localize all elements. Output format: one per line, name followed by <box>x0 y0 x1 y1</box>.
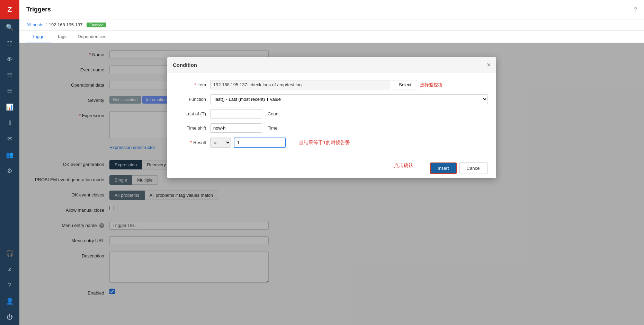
modal-close-button[interactable]: × <box>487 61 491 69</box>
sidebar-icon-headset[interactable]: 🎧 <box>0 245 19 261</box>
modal-result-operator[interactable]: =<><=>=<> <box>210 138 231 148</box>
status-badge: Enabled <box>87 23 106 27</box>
tab-trigger[interactable]: Trigger <box>26 30 52 43</box>
modal-body: * Item Select 选择监控项 Function last() - La… <box>167 73 496 158</box>
sidebar-icon-question[interactable]: ? <box>0 277 19 293</box>
sidebar: Z 🔍 ☷ 👁 ☶ ☰ 📊 ⇩ ✉ 👥 ⚙ 🎧 Z ? 👤 ⏻ <box>0 0 19 325</box>
breadcrumb-all-hosts[interactable]: All hosts <box>26 22 43 27</box>
tabs-bar: Trigger Tags Dependencies <box>19 30 644 43</box>
modal-timeshift-input-row: Time <box>210 123 277 133</box>
sidebar-icon-download[interactable]: ⇩ <box>0 115 19 131</box>
modal-item-input-row: Select 选择监控项 <box>210 80 442 89</box>
modal-timeshift-label: Time shift <box>176 125 210 131</box>
sidebar-icon-user[interactable]: 👤 <box>0 293 19 309</box>
sidebar-icon-list[interactable]: ☰ <box>0 83 19 99</box>
modal-select-button[interactable]: Select <box>393 80 417 89</box>
modal-last-label: Last of (T) <box>176 111 210 116</box>
modal-timeshift-input[interactable] <box>210 123 262 133</box>
modal-item-row: * Item Select 选择监控项 <box>176 80 488 89</box>
modal-count-label: Count <box>268 111 280 116</box>
breadcrumb: All hosts / 192.168.195.137 Enabled <box>19 19 644 30</box>
tab-dependencies[interactable]: Dependencies <box>72 30 112 43</box>
modal-result-row: * Result =<><=>=<> 当结果等于1的时候告警 <box>176 138 488 148</box>
modal-function-label: Function <box>176 97 210 102</box>
sidebar-icon-chart[interactable]: 📊 <box>0 99 19 115</box>
modal-last-input-row: Count <box>210 109 280 118</box>
modal-item-input[interactable] <box>210 80 390 89</box>
modal-result-input-row: =<><=>=<> 当结果等于1的时候告警 <box>210 138 350 148</box>
modal-item-label: * Item <box>176 82 210 87</box>
sidebar-icon-eye[interactable]: 👁 <box>0 51 19 67</box>
breadcrumb-sep: / <box>45 22 47 27</box>
modal-cancel-button[interactable]: Cancel <box>459 162 488 174</box>
modal-function-row: Function last() - Last (most recent) T v… <box>176 94 488 104</box>
sidebar-icon-users[interactable]: 👥 <box>0 147 19 163</box>
modal-overlay: Condition × * Item Select 选择监 <box>19 43 644 325</box>
modal-insert-button[interactable]: Insert <box>430 162 457 174</box>
condition-modal: Condition × * Item Select 选择监 <box>167 57 496 178</box>
sidebar-icon-mail[interactable]: ✉ <box>0 131 19 147</box>
modal-footer: 点击确认 Insert Cancel <box>167 158 496 178</box>
main-content: Triggers ? All hosts / 192.168.195.137 E… <box>19 0 644 325</box>
sidebar-icon-zabbix[interactable]: Z <box>0 261 19 277</box>
modal-function-select[interactable]: last() - Last (most recent) T valueavg()… <box>210 94 488 104</box>
modal-last-row: Last of (T) Count <box>176 109 488 118</box>
modal-last-input[interactable] <box>210 109 262 118</box>
modal-result-label: * Result <box>176 140 210 145</box>
modal-item-required: * <box>194 82 196 87</box>
sidebar-icon-search[interactable]: 🔍 <box>0 19 19 35</box>
topbar: Triggers ? <box>19 0 644 19</box>
modal-result-annotation: 当结果等于1的时候告警 <box>299 140 350 146</box>
modal-header: Condition × <box>167 57 496 73</box>
modal-time-label: Time <box>268 125 277 131</box>
sidebar-icon-grid[interactable]: ☷ <box>0 35 19 51</box>
sidebar-icon-gear[interactable]: ⚙ <box>0 163 19 179</box>
sidebar-icon-network[interactable]: ☶ <box>0 67 19 83</box>
help-icon[interactable]: ? <box>634 7 637 13</box>
sidebar-logo[interactable]: Z <box>0 0 19 19</box>
page-title: Triggers <box>26 6 51 13</box>
modal-result-value[interactable] <box>234 138 286 148</box>
tab-tags[interactable]: Tags <box>52 30 72 43</box>
form-area: * Name Event name Operational data Sever… <box>19 43 644 325</box>
sidebar-icon-power[interactable]: ⏻ <box>0 309 19 325</box>
modal-title: Condition <box>173 62 197 68</box>
modal-item-annotation: 选择监控项 <box>420 82 442 88</box>
modal-timeshift-row: Time shift Time <box>176 123 488 133</box>
modal-confirm-annotation: 点击确认 <box>394 162 413 174</box>
modal-result-required: * <box>190 140 192 145</box>
breadcrumb-host: 192.168.195.137 <box>49 22 83 27</box>
